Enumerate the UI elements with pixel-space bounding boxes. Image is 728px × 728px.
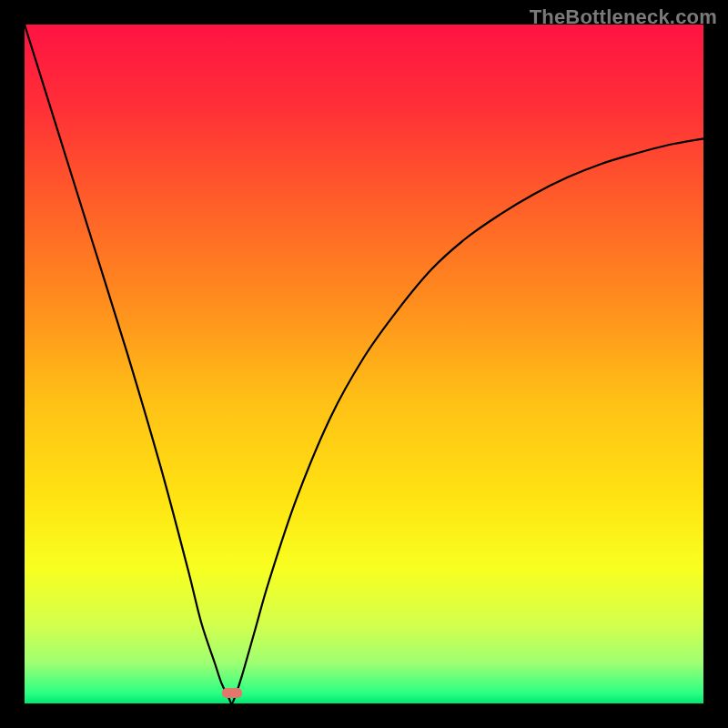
watermark-text: TheBottleneck.com — [530, 5, 717, 29]
chart-frame: TheBottleneck.com — [0, 0, 728, 728]
minimum-marker — [222, 688, 242, 698]
bottleneck-plot — [25, 25, 703, 703]
plot-background — [25, 25, 703, 703]
